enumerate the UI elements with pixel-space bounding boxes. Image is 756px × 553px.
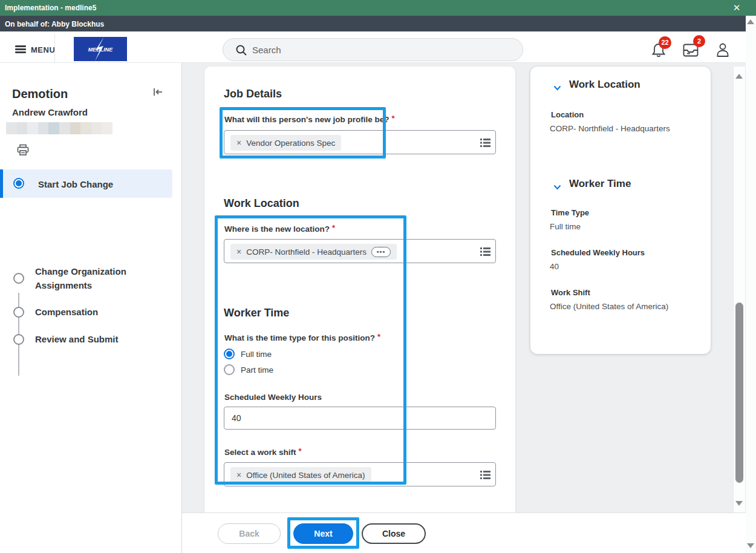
redacted-text (6, 122, 112, 134)
remove-chip-icon[interactable]: × (236, 247, 241, 257)
chevron-down-icon[interactable] (553, 182, 561, 192)
profile-person-icon[interactable] (716, 42, 729, 60)
step-label: Start Job Change (38, 177, 162, 191)
menu-button[interactable]: MENU (31, 45, 55, 54)
job-profile-question-text: What will this person's new job profile … (224, 115, 389, 124)
proxy-bar-text: On behalf of: Abby Blockhus (5, 20, 104, 28)
work-location-heading: Work Location (224, 197, 299, 210)
step-label: Compensation (35, 305, 159, 319)
remove-chip-icon[interactable]: × (236, 470, 241, 480)
location-question: Where is the new location?* (224, 224, 335, 234)
location-chip: × CORP- Northfield - Headquarters ••• (230, 244, 397, 260)
worker-time-heading: Worker Time (224, 307, 289, 319)
summary-time-type-value: Full time (550, 222, 581, 231)
step-change-organization-assignments[interactable]: Change Organization Assignments (0, 263, 172, 294)
job-profile-chip: × Vendor Operations Spec (230, 135, 341, 151)
close-button[interactable]: Close (362, 523, 426, 544)
job-details-heading: Job Details (224, 88, 282, 100)
summary-location-value: CORP- Northfield - Headquarters (550, 124, 670, 133)
summary-work-shift-value: Office (United States of America) (550, 302, 668, 311)
window-scroll-down-arrow[interactable] (747, 543, 754, 548)
content-scrollbar[interactable] (733, 67, 746, 512)
summary-work-shift-label: Work Shift (551, 288, 590, 297)
worker-name: Andrew Crawford (12, 107, 88, 117)
work-shift-chip: × Office (United States of America) (230, 467, 371, 483)
job-profile-question: What will this person's new job profile … (224, 115, 395, 124)
radio-full-time[interactable] (224, 348, 235, 359)
summary-time-type-label: Time Type (551, 208, 589, 217)
step-radio-current (13, 178, 24, 189)
medline-logo[interactable]: MEDLINE (74, 37, 127, 61)
scroll-down-arrow[interactable] (735, 501, 743, 506)
location-input[interactable]: × CORP- Northfield - Headquarters ••• (224, 239, 496, 263)
summary-weekly-hours-label: Scheduled Weekly Hours (551, 248, 645, 257)
time-type-question: What is the time type for this position?… (224, 333, 380, 342)
footer-bar: Back Next Close (182, 512, 756, 553)
time-type-question-text: What is the time type for this position? (224, 333, 375, 342)
collapse-panel-icon[interactable] (152, 87, 163, 99)
window-scrollbar[interactable] (746, 16, 756, 553)
close-icon[interactable]: ✕ (731, 2, 743, 14)
related-actions-icon[interactable]: ••• (371, 247, 391, 257)
prompt-list-icon[interactable] (480, 247, 490, 259)
required-asterisk: * (391, 114, 394, 123)
step-label: Review and Submit (35, 332, 159, 346)
step-start-job-change[interactable]: Start Job Change (0, 169, 172, 198)
radio-part-time-label[interactable]: Part time (241, 365, 273, 375)
weekly-hours-label: Scheduled Weekly Hours (224, 393, 322, 402)
work-shift-chip-label: Office (United States of America) (246, 471, 365, 480)
hamburger-menu-icon[interactable] (15, 45, 26, 53)
back-button[interactable]: Back (218, 523, 281, 544)
required-asterisk: * (299, 447, 302, 456)
job-profile-input[interactable]: × Vendor Operations Spec (224, 130, 496, 154)
step-radio (13, 307, 24, 318)
app-window: Implementation - medline5 ✕ On behalf of… (0, 0, 756, 553)
search-bar[interactable] (223, 38, 523, 61)
remove-chip-icon[interactable]: × (236, 138, 241, 148)
prompt-list-icon[interactable] (480, 138, 490, 150)
step-radio (13, 273, 24, 284)
window-scroll-up-arrow[interactable] (747, 19, 754, 24)
scrollbar-thumb[interactable] (735, 303, 743, 483)
work-shift-label-text: Select a work shift (224, 448, 296, 457)
proxy-bar: On behalf of: Abby Blockhus (0, 16, 746, 31)
summary-location-label: Location (551, 110, 584, 119)
step-review-and-submit[interactable]: Review and Submit (0, 331, 172, 348)
step-compensation[interactable]: Compensation (0, 304, 172, 321)
summary-weekly-hours-value: 40 (550, 262, 559, 271)
radio-part-time[interactable] (224, 364, 235, 375)
summary-work-location-heading: Work Location (569, 79, 640, 91)
notifications-badge[interactable]: 22 (659, 36, 671, 49)
work-shift-input[interactable]: × Office (United States of America) (224, 462, 496, 486)
location-chip-label: CORP- Northfield - Headquarters (246, 247, 367, 257)
work-shift-label: Select a work shift* (224, 448, 302, 457)
summary-worker-time-heading: Worker Time (569, 178, 631, 190)
summary-panel: Work Location Location CORP- Northfield … (530, 67, 711, 354)
prompt-list-icon[interactable] (480, 470, 490, 482)
implementation-banner-title: Implementation - medline5 (5, 4, 96, 12)
header-divider (54, 34, 55, 63)
required-asterisk: * (377, 332, 380, 341)
step-label: Change Organization Assignments (35, 264, 159, 292)
print-icon[interactable] (17, 144, 29, 159)
job-profile-chip-label: Vendor Operations Spec (246, 139, 335, 148)
weekly-hours-input[interactable] (224, 407, 496, 430)
radio-full-time-label[interactable]: Full time (241, 350, 272, 359)
implementation-banner: Implementation - medline5 ✕ (0, 0, 756, 16)
search-icon (235, 44, 247, 59)
sidebar: Demotion Andrew Crawford Start Job Chang… (0, 63, 182, 553)
location-question-text: Where is the new location? (224, 224, 330, 234)
next-button[interactable]: Next (293, 523, 353, 544)
chevron-down-icon[interactable] (553, 82, 561, 93)
step-radio (13, 334, 24, 345)
svg-text:MEDLINE: MEDLINE (88, 47, 113, 53)
inbox-badge[interactable]: 2 (693, 35, 705, 47)
process-title: Demotion (12, 87, 68, 101)
scroll-up-arrow[interactable] (735, 74, 743, 79)
required-asterisk: * (332, 223, 335, 232)
search-input[interactable] (252, 39, 512, 60)
